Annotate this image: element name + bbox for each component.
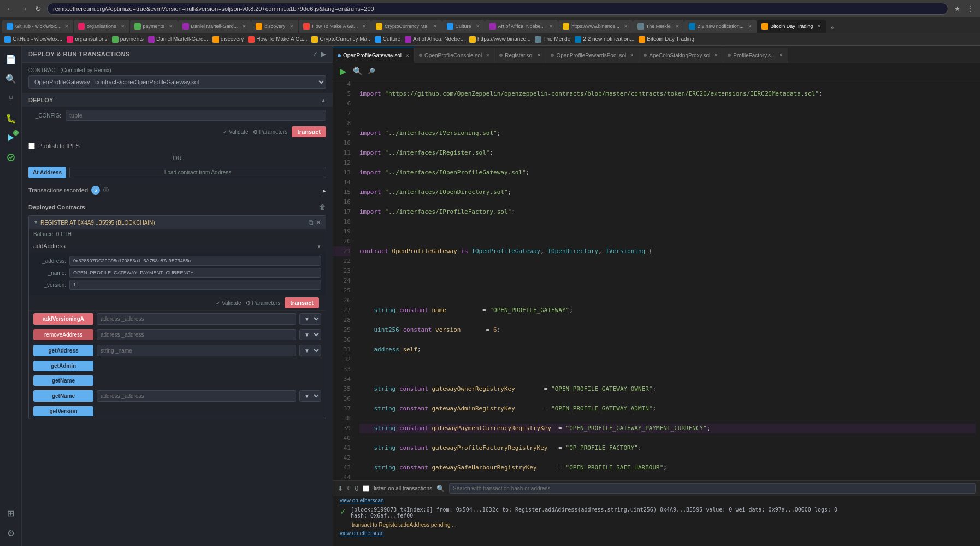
- tab-apecoinstakingproxy[interactable]: ApeCoinStakingProxy.sol ✕: [639, 48, 723, 63]
- fn-addVersioningA-dropdown[interactable]: ▼: [299, 313, 321, 325]
- bookmark-bitcoin[interactable]: Bitcoin Day Trading: [639, 36, 694, 43]
- bookmark-howto[interactable]: How To Make A Ga...: [248, 36, 307, 43]
- close-contract-button[interactable]: ✕: [316, 219, 321, 226]
- fn-getAddress-dropdown[interactable]: ▼: [299, 345, 321, 356]
- sidebar-icon-git[interactable]: ⑂: [2, 90, 20, 107]
- transact-button[interactable]: transact: [292, 126, 326, 137]
- sidebar-icon-deploy[interactable]: ✓: [2, 129, 20, 146]
- address-bar[interactable]: [47, 3, 948, 15]
- fn-addVersioningA-button[interactable]: addVersioningA: [33, 313, 93, 325]
- bookmark-github[interactable]: GitHub - wlox/wlox...: [4, 36, 62, 43]
- browser-tab-africa[interactable]: Art of Africa: Ndebe... ✕: [485, 20, 558, 33]
- browser-tab-linkedin[interactable]: 2 2 new notification... ✕: [684, 20, 757, 33]
- bookmark-discovery[interactable]: discovery: [212, 36, 244, 43]
- bookmark-organisations[interactable]: organisations: [67, 36, 107, 43]
- fn-removeAddress-input[interactable]: [97, 329, 296, 340]
- add-address-header[interactable]: addAddress: [29, 239, 326, 253]
- tab-profilefactory[interactable]: ProfileFactory.s... ✕: [723, 48, 788, 63]
- sidebar-icon-settings[interactable]: ⚙: [2, 524, 20, 542]
- fn-removeAddress-button[interactable]: removeAddress: [33, 329, 93, 340]
- add-address-transact-button[interactable]: transact: [285, 297, 319, 308]
- star-button[interactable]: ★: [952, 3, 963, 14]
- bookmark-binance[interactable]: https://www.binance...: [469, 36, 530, 43]
- sidebar-icon-extensions[interactable]: ⊞: [2, 504, 20, 522]
- fn-getName2-button[interactable]: getName: [33, 390, 93, 402]
- browser-tab-crypto[interactable]: CryptoCurrency Ma. ✕: [371, 20, 442, 33]
- close-tab-0[interactable]: ✕: [405, 53, 410, 58]
- view-etherscan-link-1[interactable]: view on etherscan: [333, 496, 980, 504]
- bookmark-linkedin[interactable]: 2 2 new notification...: [575, 36, 634, 43]
- fn-getName-button[interactable]: getName: [33, 375, 93, 386]
- fn-getAddress-button[interactable]: getAddress: [33, 345, 93, 356]
- browser-tab-merkle[interactable]: The Merkle ✕: [633, 20, 684, 33]
- browser-tab-daniel[interactable]: Daniel Martell-Gard... ✕: [178, 20, 251, 33]
- close-tab-1[interactable]: ✕: [486, 52, 490, 58]
- zoom-out-button[interactable]: 🔎: [366, 66, 377, 77]
- close-tab-2[interactable]: ✕: [537, 52, 541, 58]
- version-param-input[interactable]: [69, 280, 321, 290]
- menu-button[interactable]: ⋮: [965, 3, 976, 14]
- close-tab-4[interactable]: ✕: [714, 52, 718, 58]
- forward-button[interactable]: →: [19, 3, 29, 14]
- bookmark-culture[interactable]: Culture: [375, 36, 400, 43]
- browser-tab-culture[interactable]: Culture ✕: [442, 20, 485, 33]
- check-icon[interactable]: ✓: [312, 50, 318, 58]
- bookmark-merkle[interactable]: The Merkle: [535, 36, 570, 43]
- address-param-input[interactable]: [69, 256, 321, 266]
- browser-tab-payments[interactable]: payments ✕: [130, 20, 178, 33]
- more-tabs-button[interactable]: »: [826, 22, 837, 33]
- config-input[interactable]: [66, 110, 326, 121]
- fn-getName2-input[interactable]: [97, 390, 296, 402]
- browser-tab-howto[interactable]: How To Make A Ga... ✕: [299, 20, 371, 33]
- load-contract-button[interactable]: Load contract from Address: [69, 167, 326, 178]
- delete-icon[interactable]: 🗑: [320, 203, 326, 211]
- tab-openprofileconsole[interactable]: OpenProfileConsole.sol ✕: [415, 48, 495, 63]
- fn-addVersioningA-input[interactable]: [97, 313, 296, 325]
- chevron-icon[interactable]: ▶: [321, 50, 326, 58]
- sidebar-icon-debug[interactable]: 🐛: [2, 109, 20, 127]
- validate-button[interactable]: ✓ Validate: [223, 129, 248, 135]
- fn-getAddress-input[interactable]: [97, 345, 296, 356]
- fn-getAdmin-button[interactable]: getAdmin: [33, 361, 93, 371]
- browser-tab-binance[interactable]: https://www.binance... ✕: [558, 20, 633, 33]
- terminal-icon[interactable]: ⬇: [338, 485, 343, 492]
- bookmark-payments[interactable]: payments: [112, 36, 144, 43]
- tab-register[interactable]: Register.sol ✕: [495, 48, 546, 63]
- browser-tab-discovery[interactable]: discovery ✕: [251, 20, 298, 33]
- clear-icon[interactable]: 0: [355, 485, 359, 492]
- at-address-button[interactable]: At Address: [28, 167, 66, 178]
- close-tab-5[interactable]: ✕: [779, 52, 783, 58]
- browser-tab-bitcoin[interactable]: Bitcoin Day Trading ✕: [757, 20, 826, 33]
- name-param-input[interactable]: [69, 268, 321, 278]
- sidebar-icon-search[interactable]: 🔍: [2, 70, 20, 87]
- publish-checkbox[interactable]: [28, 143, 35, 149]
- refresh-button[interactable]: ↻: [33, 3, 44, 14]
- deploy-header[interactable]: DEPLOY ▲: [22, 93, 333, 107]
- tx-info-icon[interactable]: ⓘ: [103, 186, 109, 194]
- parameters-button[interactable]: ⚙ Parameters: [253, 129, 288, 135]
- run-button[interactable]: ▶: [338, 66, 349, 77]
- close-tab-3[interactable]: ✕: [630, 52, 634, 58]
- fn-getVersion-button[interactable]: getVersion: [33, 406, 93, 416]
- bookmark-africa[interactable]: Art of Africa: Ndebe...: [405, 36, 465, 43]
- view-etherscan-link-2[interactable]: view on etherscan: [333, 529, 980, 537]
- bookmark-crypto[interactable]: CryptoCurrency Ma .: [311, 36, 370, 43]
- tab-openprofilerewardspool[interactable]: OpenProfileRewardsPool.sol ✕: [546, 48, 639, 63]
- back-button[interactable]: ←: [4, 3, 15, 14]
- browser-tab-organisations[interactable]: organisations ✕: [74, 20, 129, 33]
- search-icon-bottom[interactable]: 🔍: [436, 485, 445, 492]
- bookmark-daniel[interactable]: Daniel Martell-Gard...: [148, 36, 208, 43]
- code-content[interactable]: import "https://github.com/OpenZeppelin/…: [355, 79, 980, 480]
- sidebar-icon-verify[interactable]: [2, 149, 20, 166]
- contract-item-header[interactable]: ▼ REGISTER AT 0X4A9...B5595 (BLOCKCHAIN)…: [29, 216, 326, 229]
- add-address-params-button[interactable]: ⚙ Parameters: [246, 300, 281, 306]
- copy-contract-button[interactable]: ⧉: [309, 219, 314, 226]
- sidebar-icon-file[interactable]: 📄: [2, 50, 20, 68]
- contract-select[interactable]: OpenProfileGateway - contracts/core/Open…: [28, 75, 326, 89]
- add-address-validate-button[interactable]: ✓ Validate: [216, 300, 241, 306]
- tab-openprofilegateway[interactable]: OpenProfileGateway.sol ✕: [333, 48, 415, 63]
- search-input-bottom[interactable]: [449, 483, 976, 494]
- fn-removeAddress-dropdown[interactable]: ▼: [299, 329, 321, 340]
- zoom-in-button[interactable]: 🔍: [352, 66, 363, 77]
- transactions-header[interactable]: Transactions recorded 5 ⓘ: [22, 181, 333, 199]
